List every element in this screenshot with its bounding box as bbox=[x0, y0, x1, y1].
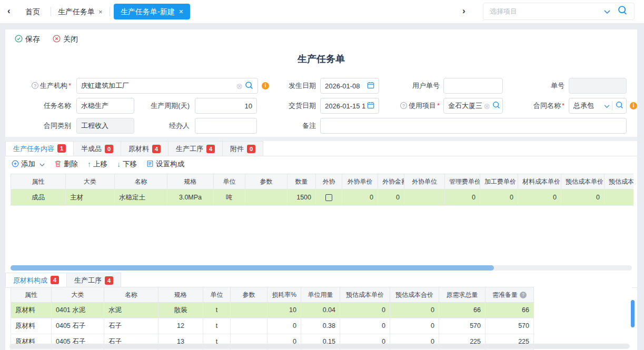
horizontal-scrollbar-track[interactable] bbox=[11, 265, 632, 271]
agent-input[interactable] bbox=[195, 118, 257, 134]
chevron-down-icon[interactable] bbox=[604, 102, 610, 110]
column-header[interactable]: 规格 bbox=[158, 287, 203, 303]
column-header[interactable]: 预估成本单价 bbox=[561, 174, 605, 189]
table-cell: 0 bbox=[340, 318, 390, 334]
tab-production-order-new[interactable]: 生产任务单-新建× bbox=[114, 4, 190, 19]
column-header[interactable]: 外协单位 bbox=[404, 174, 445, 189]
column-header[interactable]: 属性 bbox=[11, 287, 52, 303]
help-icon[interactable]: ? bbox=[400, 102, 407, 109]
column-header[interactable]: 外协单价 bbox=[342, 174, 378, 189]
column-header[interactable]: 损耗率% bbox=[267, 287, 301, 303]
help-icon[interactable]: ? bbox=[32, 82, 38, 89]
column-header[interactable]: 名称 bbox=[115, 174, 167, 189]
move-down-button[interactable]: ↓ 下移 bbox=[117, 159, 137, 169]
close-icon[interactable]: × bbox=[179, 7, 183, 16]
table-row[interactable]: 原材料0401 水泥水泥散装t100.04006666 bbox=[11, 303, 534, 318]
column-header[interactable]: 大类 bbox=[52, 287, 104, 303]
user-no-input[interactable] bbox=[443, 78, 503, 94]
detail-tab-4[interactable]: 附件0 bbox=[223, 141, 263, 156]
table-cell: 0 bbox=[561, 189, 605, 206]
delivery-date-input[interactable]: 2026-01-15 1 bbox=[320, 98, 379, 114]
table-cell: 1500 bbox=[288, 189, 316, 206]
remark-input[interactable] bbox=[320, 118, 627, 134]
column-header[interactable]: 管理费单价 bbox=[445, 174, 480, 189]
horizontal-scrollbar-thumb[interactable] bbox=[11, 265, 494, 271]
plus-circle-icon bbox=[12, 160, 19, 169]
outsource-checkbox[interactable] bbox=[325, 194, 332, 201]
column-header[interactable]: 单位用量 bbox=[301, 287, 340, 303]
detail-tab-3[interactable]: 生产工序4 bbox=[169, 141, 223, 156]
search-icon[interactable] bbox=[616, 101, 623, 111]
table-cell bbox=[404, 189, 445, 206]
vertical-scrollbar-thumb[interactable] bbox=[631, 300, 635, 327]
column-header[interactable]: 数量 bbox=[288, 174, 316, 189]
configure-button[interactable]: 设置构成 bbox=[146, 159, 184, 169]
org-input[interactable]: 庆虹建筑加工厂 ⊗ bbox=[76, 78, 258, 94]
clear-icon[interactable]: ⊗ bbox=[236, 82, 243, 90]
horizontal-scrollbar-track[interactable] bbox=[9, 344, 630, 349]
column-header[interactable]: 参数 bbox=[231, 287, 267, 303]
search-icon[interactable] bbox=[245, 81, 253, 91]
close-button[interactable]: 关闭 bbox=[53, 35, 78, 44]
tabs-scroll-left-icon[interactable]: ‹ bbox=[7, 6, 11, 16]
column-header[interactable]: 预估成本合价 bbox=[390, 287, 439, 303]
table-cell: 0 bbox=[378, 189, 404, 206]
contract-name-select[interactable]: 总承包 bbox=[569, 98, 627, 114]
column-header[interactable]: 外协 bbox=[316, 174, 342, 189]
column-header[interactable]: 材料成本单价 bbox=[518, 174, 561, 189]
info-icon[interactable]: i bbox=[630, 102, 637, 109]
search-icon[interactable] bbox=[618, 5, 628, 17]
column-header[interactable]: 原需求总量 bbox=[439, 287, 486, 303]
task-name-input[interactable]: 水稳生产 bbox=[76, 98, 134, 114]
save-button[interactable]: 保存 bbox=[15, 35, 40, 44]
column-header[interactable]: 加工费单价 bbox=[480, 174, 518, 189]
cycle-days-input[interactable]: 10 bbox=[195, 98, 257, 114]
table-cell: 0 bbox=[340, 303, 390, 318]
close-icon[interactable]: × bbox=[98, 8, 103, 16]
table-cell: 0 bbox=[390, 303, 439, 318]
move-up-button[interactable]: ↑ 上移 bbox=[87, 159, 107, 169]
column-header[interactable]: 名称 bbox=[104, 287, 158, 303]
detail-tab-0[interactable]: 生产任务内容1 bbox=[5, 141, 74, 156]
project-select-input[interactable]: 选择项目 bbox=[483, 3, 635, 20]
calendar-icon[interactable] bbox=[367, 102, 374, 111]
table-cell: 0.04 bbox=[301, 303, 340, 318]
bottom-tabs: 原材料构成4生产工序4 bbox=[5, 273, 637, 288]
table-row[interactable]: 成品主材水稳定土3.0MPa吨1500000000 bbox=[11, 189, 633, 206]
column-header[interactable]: 单位 bbox=[203, 287, 231, 303]
column-header[interactable]: 大类 bbox=[66, 174, 115, 189]
tab-production-order[interactable]: 生产任务单× bbox=[58, 0, 103, 23]
bottom-tab-0[interactable]: 原材料构成4 bbox=[5, 273, 67, 287]
chevron-down-icon[interactable] bbox=[604, 7, 610, 16]
column-header[interactable]: 规格 bbox=[167, 174, 214, 189]
table-cell: 570 bbox=[486, 318, 534, 334]
column-header[interactable]: 预估成本单价 bbox=[340, 287, 390, 303]
column-header[interactable]: 外协金额 bbox=[378, 174, 404, 189]
table-cell: 主材 bbox=[66, 189, 115, 206]
column-header[interactable]: 属性 bbox=[11, 174, 66, 189]
add-button[interactable]: 添加 bbox=[12, 159, 45, 169]
table-cell: 0.38 bbox=[301, 318, 340, 334]
detail-tab-2[interactable]: 原材料4 bbox=[121, 141, 169, 156]
check-circle-icon bbox=[15, 35, 23, 44]
search-icon[interactable] bbox=[492, 101, 500, 111]
chevron-down-icon[interactable] bbox=[39, 161, 45, 168]
tabs-scroll-right-icon[interactable]: › bbox=[462, 6, 465, 16]
tab-home[interactable]: 首页 bbox=[25, 0, 40, 23]
help-icon[interactable]: ? bbox=[520, 292, 527, 298]
clear-icon[interactable]: ⊗ bbox=[483, 102, 490, 110]
detail-tab-1[interactable]: 半成品0 bbox=[74, 141, 121, 156]
issue-date-input[interactable]: 2026-01-08 bbox=[320, 78, 379, 94]
project-input[interactable]: 金石大厦三 ⊗ bbox=[443, 98, 503, 114]
table-row[interactable]: 原材料0405 石子石子12t00.3800570570 bbox=[11, 318, 534, 334]
calendar-icon[interactable] bbox=[367, 82, 374, 91]
bottom-tab-1[interactable]: 生产工序4 bbox=[67, 273, 121, 287]
delete-button[interactable]: 删除 bbox=[54, 159, 78, 169]
count-badge: 1 bbox=[57, 144, 66, 153]
column-header[interactable]: 预估成本合价 bbox=[605, 174, 633, 189]
arrow-up-icon: ↑ bbox=[87, 160, 91, 168]
column-header[interactable]: 需准备量? bbox=[486, 287, 534, 303]
column-header[interactable]: 单位 bbox=[214, 174, 245, 189]
column-header[interactable]: 参数 bbox=[245, 174, 288, 189]
x-circle-icon bbox=[53, 35, 61, 44]
